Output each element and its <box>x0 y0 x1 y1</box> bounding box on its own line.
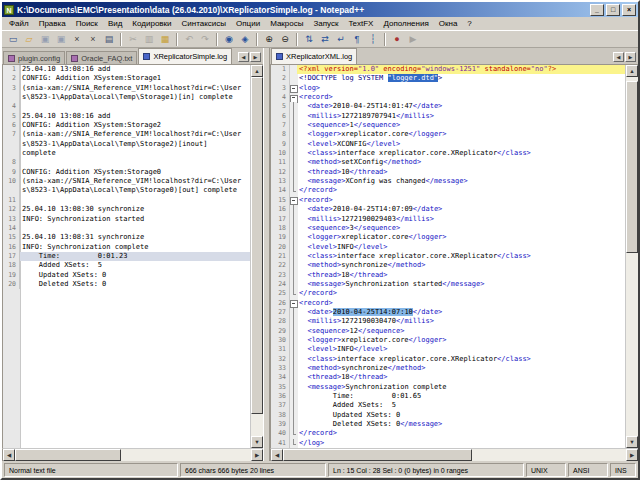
menu-windows[interactable]: Окна <box>434 19 463 28</box>
code-line[interactable]: 9CONFIG: Addition XSystem:Storage0 <box>3 168 250 177</box>
code-line[interactable]: complete <box>3 149 250 158</box>
fold-collapse-icon[interactable] <box>290 299 297 308</box>
code-line[interactable]: 1<?xml version="1.0" encoding="windows-1… <box>271 65 625 74</box>
zoom-out-icon[interactable]: ⊖ <box>277 32 293 47</box>
code-line[interactable]: 6CONFIG: Addition XSystem:Storage2 <box>3 121 250 130</box>
menu-edit[interactable]: Правка <box>34 19 71 28</box>
code-line[interactable]: 7 <sequence>1</sequence> <box>271 121 625 130</box>
maximize-button[interactable]: □ <box>606 4 620 16</box>
code-line[interactable]: 10 <class>interface xreplicator.core.XRe… <box>271 149 625 158</box>
scroll-right-arrow[interactable]: ▶ <box>251 449 263 461</box>
scroll-track[interactable] <box>15 449 251 461</box>
code-line[interactable]: 20 <level>INFO</level> <box>271 243 625 252</box>
menu-file[interactable]: Файл <box>4 19 34 28</box>
zoom-in-icon[interactable]: ⊕ <box>261 32 277 47</box>
open-folder-icon[interactable]: ▱ <box>21 32 37 47</box>
menu-view[interactable]: Вид <box>103 19 127 28</box>
code-line[interactable]: 20 Deleted XSets: 0 <box>3 280 250 289</box>
title-bar[interactable]: N K:\Documents\EMC\Presentation\data (26… <box>2 2 638 17</box>
scroll-left-arrow[interactable]: ◀ <box>271 449 283 461</box>
code-line[interactable]: s\8523-1\AppData\Local\Temp\Storage0)[ou… <box>3 186 250 195</box>
code-line[interactable]: 41</log> <box>271 439 625 448</box>
code-line[interactable]: 4 <box>3 102 250 111</box>
scroll-thumb[interactable] <box>15 449 121 461</box>
paste-icon[interactable]: ▦ <box>157 32 173 47</box>
code-line[interactable]: 28 <millis>1272190030470</millis> <box>271 317 625 326</box>
menu-plugins[interactable]: Дополнения <box>378 19 433 28</box>
code-line[interactable]: 26<record> <box>271 299 625 308</box>
code-line[interactable]: 27 <date>2010-04-25T14:07:10</date> <box>271 308 625 317</box>
pane-splitter[interactable] <box>263 48 270 461</box>
code-line[interactable]: 11 <box>3 196 250 205</box>
right-vertical-scrollbar[interactable]: ▲ ▼ <box>625 65 638 448</box>
word-wrap-icon[interactable]: ↵ <box>333 32 349 47</box>
code-line[interactable]: 2CONFIG: Addition XSystem:Storage1 <box>3 74 250 83</box>
code-line[interactable]: 15<record> <box>271 196 625 205</box>
code-line[interactable]: 3(snia-xam://SNIA_Reference_VIM!localhos… <box>3 84 250 93</box>
code-line[interactable]: 13INFO: Synchronization started <box>3 215 250 224</box>
code-line[interactable]: 14</record> <box>271 186 625 195</box>
scroll-track[interactable] <box>251 77 263 436</box>
code-line[interactable]: 24 <message>Synchronization started</mes… <box>271 280 625 289</box>
left-code-area[interactable]: 125.04.10 13:08:16 add2CONFIG: Addition … <box>3 65 250 448</box>
code-line[interactable]: 38 Updated XSets: 0 <box>271 411 625 420</box>
code-line[interactable]: 17 <millis>1272190029403</millis> <box>271 215 625 224</box>
menu-settings[interactable]: Опции <box>231 19 265 28</box>
replace-icon[interactable]: ◈ <box>237 32 253 47</box>
scroll-left-arrow[interactable]: ◀ <box>3 449 15 461</box>
code-line[interactable]: 39 Deleted XSets: 0</message> <box>271 420 625 429</box>
code-line[interactable]: 40</record> <box>271 429 625 438</box>
left-horizontal-scrollbar[interactable]: ◀ ▶ <box>2 448 263 461</box>
code-line[interactable]: 10(snia-xam://SNIA_Reference_VIM!localho… <box>3 177 250 186</box>
tab-xreplicator-xml[interactable]: XReplicatorXML.log <box>271 48 357 64</box>
show-all-chars-icon[interactable]: ¶ <box>349 32 365 47</box>
scroll-track[interactable] <box>626 77 638 436</box>
code-line[interactable]: 30 <logger>xreplicator.core</logger> <box>271 336 625 345</box>
search-icon[interactable]: ◉ <box>221 32 237 47</box>
tab-scroll-left-button[interactable]: ◀ <box>613 52 624 62</box>
fold-collapse-icon[interactable] <box>290 196 297 205</box>
code-line[interactable]: 4<record> <box>271 93 625 102</box>
tab-scroll-right-button[interactable]: ▶ <box>250 52 261 62</box>
menu-run[interactable]: Запуск <box>308 19 343 28</box>
scroll-down-arrow[interactable]: ▼ <box>626 436 638 448</box>
code-line[interactable]: 21 <class>interface xreplicator.core.XRe… <box>271 252 625 261</box>
close-file-icon[interactable]: × <box>69 32 85 47</box>
code-line[interactable]: 8 <logger>xreplicator.core</logger> <box>271 130 625 139</box>
close-button[interactable]: × <box>622 4 636 16</box>
code-line[interactable]: 16 <date>2010-04-25T14:07:09</date> <box>271 205 625 214</box>
sync-vertical-scroll-icon[interactable]: ⇅ <box>301 32 317 47</box>
code-line[interactable]: 12 <thread>10</thread> <box>271 168 625 177</box>
indent-guide-icon[interactable]: ┆ <box>365 32 381 47</box>
macro-record-icon[interactable]: ● <box>389 32 405 47</box>
code-line[interactable]: 22 <method>synchronize</method> <box>271 261 625 270</box>
fold-collapse-icon[interactable] <box>290 84 297 93</box>
tab-scroll-right-button[interactable]: ▶ <box>625 52 636 62</box>
right-code-area[interactable]: 1<?xml version="1.0" encoding="windows-1… <box>271 65 625 448</box>
menu-search[interactable]: Поиск <box>71 19 103 28</box>
tab-scroll-left-button[interactable]: ◀ <box>238 52 249 62</box>
code-line[interactable]: 9 <level>XCONFIG</level> <box>271 140 625 149</box>
sync-horizontal-scroll-icon[interactable]: ⇄ <box>317 32 333 47</box>
code-line[interactable]: 1225.04.10 13:08:30 synchronize <box>3 205 250 214</box>
code-line[interactable]: 2<!DOCTYPE log SYSTEM "logger.dtd"> <box>271 74 625 83</box>
menu-macros[interactable]: Макросы <box>265 19 308 28</box>
close-all-icon[interactable]: × <box>85 32 101 47</box>
code-line[interactable]: 125.04.10 13:08:16 add <box>3 65 250 74</box>
code-line[interactable]: 23 <thread>18</thread> <box>271 271 625 280</box>
left-vertical-scrollbar[interactable]: ▲ ▼ <box>250 65 263 448</box>
menu-languages[interactable]: Синтаксисы <box>177 19 232 28</box>
code-line[interactable]: 1525.04.10 13:08:31 synchronize <box>3 233 250 242</box>
code-line[interactable]: 31 <level>INFO</level> <box>271 345 625 354</box>
code-line[interactable]: 33 <method>synchronize</method> <box>271 364 625 373</box>
code-line[interactable]: 11 <method>setXConfig</method> <box>271 158 625 167</box>
code-line[interactable]: 16INFO: Synchronization complete <box>3 243 250 252</box>
fold-collapse-icon[interactable] <box>290 93 297 102</box>
code-line[interactable]: 18 Added XSets: 5 <box>3 261 250 270</box>
scroll-thumb[interactable] <box>626 81 638 253</box>
code-line[interactable]: 32 <class>interface xreplicator.core.XRe… <box>271 355 625 364</box>
right-horizontal-scrollbar[interactable]: ◀ ▶ <box>270 448 638 461</box>
code-line[interactable]: 3<log> <box>271 84 625 93</box>
minimize-button[interactable]: _ <box>590 4 604 16</box>
code-line[interactable]: s\8523-1\AppData\Local\Temp\Storage1)[in… <box>3 93 250 102</box>
